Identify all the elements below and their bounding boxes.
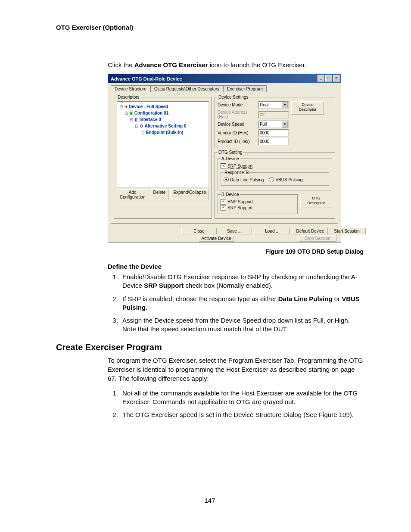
load-button[interactable]: Load ... [255, 228, 290, 234]
tab-exerciser-program[interactable]: Exerciser Program [223, 85, 267, 92]
save-button[interactable]: Save ... [217, 228, 252, 234]
tab-bar: Device Structure Class Requests\Other De… [108, 83, 341, 92]
close-icon[interactable]: × [333, 75, 340, 82]
titlebar: Advance OTG Dual-Role Device _ □ × [108, 74, 341, 83]
drop-session-button: Drop Session [299, 235, 336, 242]
define-step-1: Enable/Disable OTG Exerciser response to… [120, 273, 364, 290]
descriptor-tree[interactable]: ⊟➜ Device - Full Speed ⊟▣ Configuration … [117, 101, 209, 187]
a-device-legend: A-Device [221, 156, 240, 161]
device-address-label: Device Address (Hex) [218, 110, 258, 119]
intro-text: Click the Advance OTG Exerciser icon to … [108, 61, 364, 68]
vendor-id-label: Vendor ID (Hex) [218, 131, 258, 135]
intro-post: icon to launch the OTG Exerciser. [208, 61, 306, 68]
intro-bold: Advance OTG Exerciser [134, 61, 208, 68]
activate-device-button[interactable]: Activate Device [199, 235, 234, 242]
define-step-3: Assign the Device speed from the Device … [120, 316, 364, 334]
device-speed-label: Device Speed [218, 122, 258, 127]
vbus-pulsing-label: VBUS Pulsing [275, 177, 302, 182]
srp-support-checkbox[interactable]: ✓ [221, 163, 226, 169]
b-srp-support-checkbox[interactable]: ✓ [221, 205, 226, 211]
vbus-pulsing-radio[interactable] [269, 177, 274, 182]
tree-endpoint[interactable]: Endpoint (Bulk-In) [146, 130, 184, 135]
define-step-2: If SRP is enabled, choose the response t… [120, 295, 364, 312]
data-line-pulsing-label: Data Line Pulsing [230, 177, 264, 182]
close-button[interactable]: Close [181, 228, 217, 234]
define-steps: Enable/Disable OTG Exerciser response to… [120, 273, 364, 334]
tree-device[interactable]: Device - Full Speed [129, 104, 168, 109]
response-to-legend: Response To [224, 170, 250, 175]
b-device-legend: B-Device [221, 192, 240, 197]
device-address-input: 02 [258, 111, 289, 118]
start-session-button[interactable]: Start Session [328, 228, 366, 234]
tab-class-requests[interactable]: Class Requests\Other Descriptors [150, 85, 223, 92]
create-step-2: The OTG Exerciser speed is set in the De… [120, 411, 364, 419]
default-device-button[interactable]: Default Device [293, 228, 328, 234]
add-configuration-button[interactable]: Add Configuration [117, 189, 148, 200]
otg-setting-group: OTG Setting A-Device ✓ SRP Support Respo… [215, 150, 335, 219]
data-line-pulsing-radio[interactable] [224, 177, 229, 182]
create-exerciser-heading: Create Exerciser Program [56, 342, 364, 352]
hnp-support-label: HNP Support [227, 199, 253, 204]
device-settings-group: Device Settings Device Mode Real Device … [215, 95, 335, 148]
page-number: 147 [56, 497, 364, 504]
figure-caption: Figure 109 OTG DRD Setup Dialog [56, 248, 364, 255]
maximize-icon[interactable]: □ [325, 75, 332, 82]
hnp-support-checkbox[interactable]: ✓ [221, 199, 226, 205]
descriptors-legend: Descriptors [117, 95, 140, 100]
device-mode-label: Device Mode [218, 103, 258, 107]
device-mode-combo[interactable]: Real [258, 101, 289, 109]
b-srp-support-label: SRP Support [227, 205, 252, 210]
otg-dialog: Advance OTG Dual-Role Device _ □ × Devic… [108, 74, 341, 243]
tree-alt[interactable]: Alternative Setting 0 [145, 124, 187, 128]
expand-collapse-button[interactable]: Expand\Collapse [170, 189, 209, 200]
device-settings-legend: Device Settings [218, 95, 249, 100]
tab-device-structure[interactable]: Device Structure [111, 85, 150, 92]
vendor-id-input[interactable]: 0000 [258, 129, 289, 137]
minimize-icon[interactable]: _ [318, 75, 324, 82]
page-header: OTG Exerciser (Optional) [56, 24, 364, 31]
create-exerciser-para: To program the OTG Exerciser, select the… [108, 356, 364, 383]
create-step-1: Not all of the commands available for th… [120, 389, 364, 407]
product-id-label: Product ID (Hex) [218, 139, 258, 144]
device-speed-combo[interactable]: Full [258, 121, 289, 128]
intro-pre: Click the [108, 61, 134, 68]
descriptors-group: Descriptors ⊟➜ Device - Full Speed ⊟▣ Co… [114, 95, 212, 219]
delete-button[interactable]: Delete [150, 189, 168, 200]
tree-interface[interactable]: Interface 0 [140, 117, 161, 122]
tree-config[interactable]: Configuration 01 [134, 111, 168, 115]
otg-descriptor-button[interactable]: OTG Descriptor [300, 195, 332, 208]
define-device-heading: Define the Device [108, 263, 364, 270]
otg-setting-legend: OTG Setting [218, 150, 243, 155]
create-exerciser-steps: Not all of the commands available for th… [120, 389, 364, 420]
srp-support-label: SRP Support [227, 164, 252, 169]
window-title: Advance OTG Dual-Role Device [111, 76, 318, 81]
product-id-input[interactable]: 0000 [258, 138, 289, 145]
device-descriptor-button[interactable]: Device Descriptor [291, 101, 324, 115]
